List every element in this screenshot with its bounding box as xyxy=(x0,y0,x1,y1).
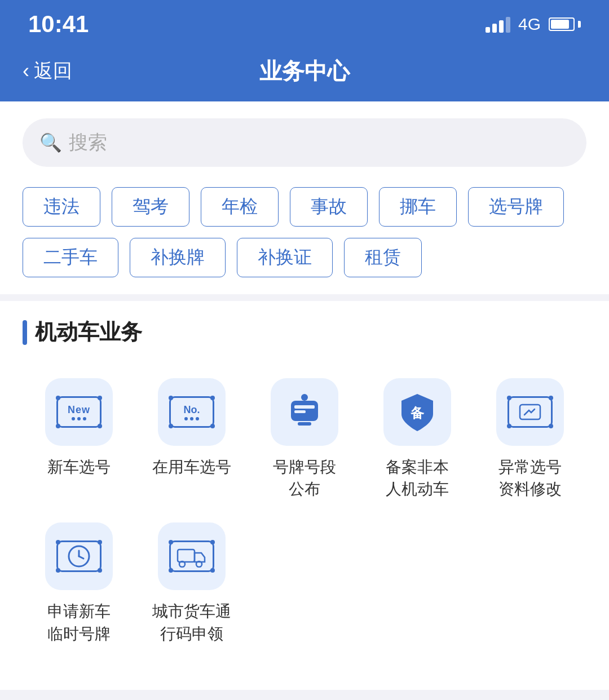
status-bar: 10:41 4G xyxy=(0,0,609,45)
edit-icon xyxy=(519,404,541,420)
edit-badge-icon xyxy=(508,396,553,428)
used-car-select-label: 在用车选号 xyxy=(152,456,231,478)
service-item-used-car-select[interactable]: No. 在用车选号 xyxy=(135,367,248,511)
back-chevron-icon: ‹ xyxy=(23,59,29,83)
svg-rect-4 xyxy=(298,422,311,426)
service-item-register-nonlocal[interactable]: 备 备案非本人机动车 xyxy=(361,367,474,511)
signal-icon xyxy=(486,16,510,33)
search-icon: 🔍 xyxy=(39,132,62,153)
clock-icon xyxy=(67,544,91,569)
status-time: 10:41 xyxy=(28,11,89,38)
watermark: 🚔 长春交警支队 xyxy=(0,690,609,700)
filter-tag-violations[interactable]: 违法 xyxy=(23,187,100,227)
search-placeholder: 搜索 xyxy=(69,130,107,156)
city-truck-label: 城市货车通行码申领 xyxy=(152,600,231,644)
filter-tag-accident[interactable]: 事故 xyxy=(290,187,368,227)
no-badge-icon: No. xyxy=(169,396,214,428)
svg-line-9 xyxy=(79,556,83,559)
main-content: 🔍 搜索 违法 驾考 年检 事故 挪车 选号牌 二手车 补换牌 补换证 租赁 机… xyxy=(0,101,609,690)
service-item-new-car-select[interactable]: New 新车选号 xyxy=(23,367,135,511)
shield-badge-icon: 备 xyxy=(395,389,440,435)
new-car-select-label: 新车选号 xyxy=(47,456,111,478)
back-button[interactable]: ‹ 返回 xyxy=(23,58,72,84)
register-icon-box: 备 xyxy=(383,378,451,446)
plate-segments-icon xyxy=(282,389,327,435)
svg-rect-3 xyxy=(294,410,306,413)
new-car-icon-box: New xyxy=(45,378,113,446)
new-badge-icon: New xyxy=(56,396,102,428)
motor-vehicle-section: 机动车业务 New 新车选号 No. xyxy=(23,318,586,656)
filter-tag-annual-inspection[interactable]: 年检 xyxy=(201,187,279,227)
plate-announce-label: 号牌号段公布 xyxy=(273,456,336,500)
filter-tag-find-car[interactable]: 挪车 xyxy=(379,187,457,227)
filter-tag-replace-cert[interactable]: 补换证 xyxy=(237,238,333,277)
filter-tag-replace-plate[interactable]: 补换牌 xyxy=(130,238,226,277)
truck-icon xyxy=(176,545,207,568)
temp-plate-label: 申请新车临时号牌 xyxy=(47,600,111,644)
svg-rect-2 xyxy=(294,405,315,409)
battery-icon xyxy=(549,17,581,31)
status-icons: 4G xyxy=(486,15,581,34)
network-type: 4G xyxy=(518,15,541,34)
service-grid: New 新车选号 No. xyxy=(23,367,586,656)
truck-badge-icon xyxy=(169,540,214,572)
nav-bar: ‹ 返回 业务中心 xyxy=(0,45,609,101)
section-header: 机动车业务 xyxy=(23,318,586,347)
svg-text:备: 备 xyxy=(410,405,425,420)
clock-badge-icon xyxy=(56,540,102,572)
search-bar[interactable]: 🔍 搜索 xyxy=(23,118,586,167)
back-label: 返回 xyxy=(34,58,72,84)
service-item-temp-plate[interactable]: 申请新车临时号牌 xyxy=(23,511,135,655)
filter-tag-driving-test[interactable]: 驾考 xyxy=(112,187,189,227)
filter-tag-rental[interactable]: 租赁 xyxy=(344,238,422,277)
section-title-text: 机动车业务 xyxy=(35,318,142,347)
section-title-bar xyxy=(23,320,27,345)
register-nonlocal-label: 备案非本人机动车 xyxy=(386,456,449,500)
filter-tags: 违法 驾考 年检 事故 挪车 选号牌 二手车 补换牌 补换证 租赁 xyxy=(23,187,586,277)
city-truck-icon-box xyxy=(158,522,226,590)
service-item-abnormal-select[interactable]: 异常选号资料修改 xyxy=(474,367,586,511)
page-title: 业务中心 xyxy=(259,56,350,87)
abnormal-icon-box xyxy=(496,378,564,446)
section-divider xyxy=(0,294,609,301)
filter-tag-second-hand[interactable]: 二手车 xyxy=(23,238,118,277)
svg-point-0 xyxy=(301,394,308,401)
filter-tag-choose-plate[interactable]: 选号牌 xyxy=(468,187,564,227)
svg-rect-10 xyxy=(178,550,195,562)
service-item-plate-announce[interactable]: 号牌号段公布 xyxy=(248,367,361,511)
plate-announce-icon-box xyxy=(271,378,338,446)
abnormal-select-label: 异常选号资料修改 xyxy=(498,456,562,500)
temp-plate-icon-box xyxy=(45,522,113,590)
service-item-city-truck[interactable]: 城市货车通行码申领 xyxy=(135,511,248,655)
used-car-icon-box: No. xyxy=(158,378,226,446)
